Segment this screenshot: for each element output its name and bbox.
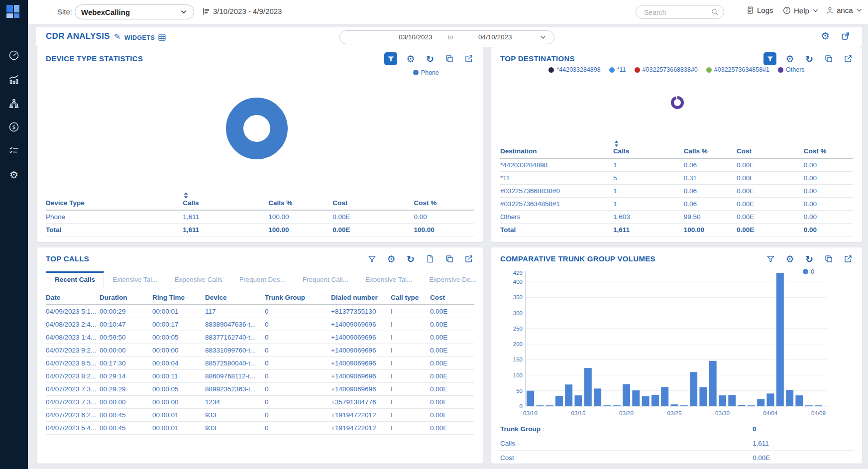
svg-text:$: $ [12, 124, 16, 130]
table-row[interactable]: 04/07/2023 8:5...00:17:3000:00:048857258… [46, 357, 474, 370]
table-row[interactable]: 04/09/2023 5:1...00:00:2900:00:011170+81… [46, 305, 474, 318]
dashboard-settings-gear-icon[interactable]: ⚙ [821, 31, 830, 41]
gear-icon[interactable]: ⚙ [784, 252, 796, 265]
table-row[interactable]: Others1,60399.500.00E0.00 [500, 211, 853, 224]
date-to-label: to [447, 33, 453, 41]
sort-icon[interactable] [614, 140, 682, 147]
legend-item[interactable]: #0322573634858#1 [706, 66, 769, 73]
column-header: Ring Time [152, 293, 205, 305]
gear-icon[interactable]: ⚙ [784, 52, 796, 65]
table-row[interactable]: 04/08/2023 1:4...00:59:5000:00:058837716… [46, 331, 474, 344]
refresh-icon[interactable]: ↻ [424, 52, 436, 65]
column-header[interactable]: Calls [613, 140, 684, 158]
tab-frequent-des[interactable]: Frequent Des... [231, 271, 294, 288]
edit-pencil-icon[interactable]: ✎ [114, 32, 121, 41]
legend-dot [609, 67, 615, 73]
legend-item[interactable]: Others [778, 66, 805, 73]
legend-label: Phone [421, 69, 439, 76]
report-file-icon[interactable] [424, 252, 436, 265]
table-row[interactable]: 04/07/2023 7:3...00:29:2900:00:058899235… [46, 383, 474, 396]
export-icon[interactable] [842, 252, 854, 265]
column-header: Cost [430, 293, 474, 305]
export-icon[interactable] [842, 52, 854, 65]
filter-button[interactable] [366, 252, 378, 265]
date-to[interactable]: 04/10/2023 [478, 33, 512, 41]
refresh-icon[interactable]: ↻ [405, 252, 417, 265]
table-row[interactable]: 04/07/2023 9:2...00:00:0000:00:008833109… [46, 344, 474, 357]
app-logo[interactable] [6, 5, 19, 18]
export-icon[interactable] [463, 52, 475, 65]
tab-expensive-tal[interactable]: Expensive Tal... [357, 271, 421, 288]
date-from[interactable]: 03/10/2023 [399, 33, 433, 41]
table-row[interactable]: 04/07/2023 5:4...00:00:4500:00:019330+19… [46, 422, 474, 435]
sidebar-item-tasks[interactable] [8, 144, 20, 156]
panel-title: TOP DESTINATIONS [500, 54, 575, 63]
site-select[interactable]: WebexCalling [75, 4, 194, 19]
table-header-row: Device TypeCallsCalls %CostCost % [46, 192, 474, 210]
filter-button[interactable] [764, 252, 776, 265]
global-date-range[interactable]: 3/10/2023 - 4/9/2023 [213, 7, 282, 15]
legend-item[interactable]: #0322573668838#0 [635, 66, 698, 73]
copy-icon[interactable] [823, 252, 835, 265]
table-row[interactable]: *1150.310.00E0.00 [500, 172, 853, 185]
sort-icon[interactable] [184, 192, 266, 199]
panel-toolbar: ⚙ ↻ [384, 52, 475, 65]
column-header: Cost % [804, 140, 853, 158]
copy-icon[interactable] [823, 52, 835, 65]
export-icon[interactable] [463, 252, 475, 265]
search-box[interactable] [636, 5, 724, 19]
tab-extensive-tal[interactable]: Extensive Tal... [104, 271, 166, 288]
copy-icon[interactable] [443, 252, 455, 265]
summary-label: Calls [497, 440, 753, 447]
table-row[interactable]: Phone1,611100.000.00E0.00 [46, 210, 474, 224]
table-row[interactable]: #0322573634858#110.060.00E0.00 [500, 198, 853, 211]
dashboard-date-range[interactable]: 03/10/2023 to 04/10/2023 [339, 30, 554, 44]
table-row[interactable]: 04/07/2023 7:3...00:00:0000:00:0012340+3… [46, 396, 474, 409]
copy-icon[interactable] [443, 52, 455, 65]
panel-toolbar: ⚙ ↻ [366, 252, 475, 265]
sidebar-item-dashboard[interactable] [8, 49, 20, 61]
widgets-button[interactable]: WIDGETS [124, 33, 166, 42]
logs-button[interactable]: Logs [746, 6, 773, 14]
legend-item[interactable]: *442033284898 [548, 66, 600, 73]
table-row[interactable]: 04/08/2023 2:4...00:10:4700:00:178838904… [46, 318, 474, 331]
sidebar-item-settings[interactable]: ⚙ [8, 169, 20, 181]
table-row[interactable]: #0322573668838#010.060.00E0.00 [500, 185, 853, 198]
filter-active-button[interactable] [384, 52, 397, 65]
legend-item[interactable]: *11 [609, 66, 626, 73]
tab-recent-calls[interactable]: Recent Calls [46, 271, 104, 288]
svg-text:250: 250 [513, 326, 523, 332]
summary-label: Trunk Group [497, 425, 753, 433]
refresh-icon[interactable]: ↻ [803, 52, 815, 65]
search-input[interactable] [643, 8, 714, 17]
legend-dot [778, 67, 783, 73]
sidebar-item-hierarchy[interactable] [8, 98, 20, 110]
chevron-down-icon[interactable] [539, 33, 547, 41]
table-row[interactable]: 04/07/2023 8:2...00:29:1400:00:118860976… [46, 370, 474, 383]
legend-dot [635, 67, 640, 73]
open-external-icon[interactable] [841, 31, 850, 41]
tab-expensive-de[interactable]: Expensive De... [421, 271, 485, 288]
gear-icon[interactable]: ⚙ [405, 52, 417, 65]
sidebar-item-billing[interactable]: $ [8, 121, 20, 133]
tab-expensive-calls[interactable]: Expensive Calls [166, 271, 231, 288]
table-row[interactable]: *44203328489810.060.00E0.00 [500, 158, 853, 172]
column-header: Cost % [414, 192, 474, 210]
sidebar-item-analytics[interactable] [8, 74, 20, 86]
help-menu[interactable]: ? Help [782, 6, 819, 15]
destinations-table: DestinationCallsCalls %CostCost %*442033… [500, 140, 853, 236]
refresh-icon[interactable]: ↻ [803, 252, 815, 265]
filter-active-button[interactable] [763, 52, 776, 65]
legend-dot [548, 67, 554, 73]
svg-text:04/09: 04/09 [811, 410, 826, 416]
user-menu[interactable]: anca [826, 6, 863, 14]
tab-frequent-call[interactable]: Frequent Call... [294, 271, 357, 288]
search-icon[interactable] [710, 7, 719, 18]
column-header[interactable]: Calls [183, 192, 268, 210]
gear-icon[interactable]: ⚙ [385, 252, 397, 265]
funnel-icon [387, 55, 395, 63]
table-row[interactable]: 04/07/2023 6:2...00:00:4500:00:019330+19… [46, 409, 474, 422]
legend-dot [706, 67, 712, 73]
panel-top-destinations: TOP DESTINATIONS ⚙ ↻ *442033284898*11#03… [491, 47, 862, 242]
legend-item[interactable]: Phone [413, 69, 439, 76]
